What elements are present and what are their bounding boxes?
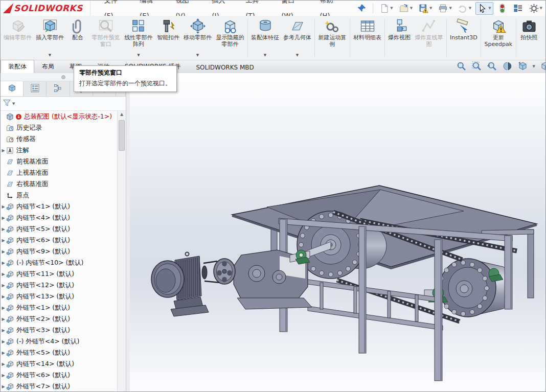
tree-item[interactable]: ▶内链节<5> (默认) <box>1 223 118 235</box>
tree-item[interactable]: 上视基准面 <box>1 167 118 178</box>
tree-item[interactable]: 原点 <box>1 190 118 201</box>
tree-item[interactable]: ▶内链节<13> (默认) <box>1 291 118 302</box>
zoom-fit-button[interactable] <box>456 61 467 72</box>
expand-arrow-icon[interactable]: ▶ <box>1 373 6 378</box>
graphics-area[interactable] <box>130 73 545 391</box>
tree-item[interactable]: ▶内链节<1> (默认) <box>1 201 118 212</box>
tree-item[interactable]: ▶内链节<12> (默认) <box>1 280 118 291</box>
expand-arrow-icon[interactable]: ▶ <box>1 328 6 333</box>
dropdown-arrow-icon[interactable]: ▼ <box>196 52 199 59</box>
smart-fasteners-button[interactable]: 智能扣件 <box>155 16 181 60</box>
dropdown-arrow-icon[interactable]: ▼ <box>429 6 432 10</box>
tree-item[interactable]: 历史记录 <box>1 122 118 133</box>
view-orientation-button[interactable] <box>517 61 528 72</box>
expand-arrow-icon[interactable]: ▶ <box>1 204 6 209</box>
tree-item[interactable]: ▶外链节<3> (默认) <box>1 325 118 336</box>
component-preview-button[interactable]: 零部件预览窗口 <box>89 16 122 60</box>
featuremanager-tab[interactable] <box>1 81 24 96</box>
dropdown-arrow-icon[interactable]: ▼ <box>264 52 266 59</box>
tree-item[interactable]: ▶外链节<7> (默认) <box>1 381 118 391</box>
dropdown-arrow-icon[interactable]: ▼ <box>296 52 299 59</box>
dropdown-arrow-icon[interactable]: ▼ <box>540 6 542 10</box>
motion-study-button[interactable]: 新建运动算例 <box>316 16 349 60</box>
tree-item[interactable]: ↓总装配图 (默认<显示状态-1>) <box>1 111 118 122</box>
tree-item[interactable]: ▶内链节<4> (默认) <box>1 212 118 223</box>
print-button[interactable]: ▼ <box>436 2 453 15</box>
tree-item[interactable]: ▶内链节<11> (默认) <box>1 268 118 280</box>
propertymanager-tab[interactable] <box>24 81 47 96</box>
tree-item[interactable]: ▶(-) 内链节<10> (默认) <box>1 257 118 268</box>
open-button[interactable]: ▼ <box>397 2 415 15</box>
snapshot-button[interactable]: 拍快照 <box>517 16 541 60</box>
exploded-view-button[interactable]: 爆炸视图 <box>386 16 413 60</box>
tree-item[interactable]: ▶内链节<14> (默认) <box>1 358 118 370</box>
assembly-features-button[interactable]: 装配体特征▼ <box>249 16 281 60</box>
options-button[interactable]: ▼ <box>527 2 544 15</box>
expand-arrow-icon[interactable]: ▶ <box>1 227 6 232</box>
expand-arrow-icon[interactable]: ▶ <box>1 249 6 254</box>
dropdown-arrow-icon[interactable]: ▼ <box>533 64 535 68</box>
update-speedpak-button[interactable]: 更新 Speedpak <box>482 16 515 60</box>
tree-item[interactable]: ▶外链节<6> (默认) <box>1 370 118 381</box>
tree-item[interactable]: ▶注解 <box>1 145 118 156</box>
undo-button[interactable]: ▼ <box>456 2 473 15</box>
expand-arrow-icon[interactable]: ▶ <box>1 294 6 299</box>
expand-arrow-icon[interactable]: ▶ <box>1 216 6 220</box>
tree-item[interactable]: 传感器 <box>1 133 118 145</box>
pin-toolbar-button[interactable] <box>355 2 369 15</box>
tree-filter-row[interactable]: ▼ <box>1 97 126 111</box>
tree-item[interactable]: ▶外链节<2> (默认) <box>1 313 118 325</box>
linear-pattern-button[interactable]: 线性零部件阵列▼ <box>122 16 155 60</box>
expand-arrow-icon[interactable]: ▶ <box>1 306 6 310</box>
configurationmanager-tab[interactable] <box>47 81 70 96</box>
explode-sketch-button[interactable]: 爆炸直线草图 <box>413 16 445 60</box>
reference-geometry-button[interactable]: 参考几何体▼ <box>281 16 313 60</box>
expand-arrow-icon[interactable]: ▶ <box>1 283 6 288</box>
dropdown-arrow-icon[interactable]: ▼ <box>390 6 393 10</box>
save-button[interactable]: ▼ <box>417 2 434 15</box>
tab-layout[interactable]: 布局 <box>34 60 62 74</box>
instant3d-button[interactable]: Instant3D <box>448 16 480 60</box>
bom-button[interactable]: 材料明细表 <box>351 16 383 60</box>
insert-component-button[interactable]: 插入零部件▼ <box>34 16 66 60</box>
dropdown-arrow-icon[interactable]: ▼ <box>137 52 140 59</box>
filter-dropdown-arrow[interactable]: ▼ <box>12 102 15 106</box>
tree-item[interactable]: 前视基准面 <box>1 156 118 167</box>
expand-arrow-icon[interactable]: ▶ <box>1 148 6 153</box>
dropdown-arrow-icon[interactable]: ▼ <box>449 6 451 10</box>
appearance-button[interactable] <box>511 2 525 15</box>
tab-mbd[interactable]: SOLIDWORKS MBD <box>188 61 261 74</box>
expand-arrow-icon[interactable]: ▶ <box>1 272 6 276</box>
tree-item[interactable]: ▶(-) 外链节<4> (默认) <box>1 336 118 347</box>
expand-arrow-icon[interactable]: ▶ <box>1 351 6 355</box>
zoom-area-button[interactable] <box>471 61 482 72</box>
new-document-button[interactable]: ▼ <box>377 2 395 15</box>
dropdown-arrow-icon[interactable]: ▼ <box>469 6 471 10</box>
dropdown-arrow-icon[interactable]: ▼ <box>410 6 413 10</box>
expand-arrow-icon[interactable]: ▶ <box>1 384 6 389</box>
section-view-button[interactable] <box>502 61 513 72</box>
tree-item[interactable]: ▶外链节<5> (默认) <box>1 347 118 358</box>
tree-item[interactable]: 右视基准面 <box>1 178 118 190</box>
expand-arrow-icon[interactable]: ▶ <box>1 261 6 265</box>
expand-arrow-icon[interactable]: ▶ <box>1 238 6 243</box>
move-component-button[interactable]: 移动零部件▼ <box>181 16 214 60</box>
mate-button[interactable]: 配合 <box>66 16 89 60</box>
dropdown-arrow-icon[interactable]: ▼ <box>488 6 491 10</box>
selection-filter-button[interactable] <box>495 2 509 15</box>
select-button[interactable]: ▼ <box>475 2 493 15</box>
previous-view-button[interactable] <box>487 61 497 72</box>
tab-assembly[interactable]: 装配体 <box>1 60 34 74</box>
tree-item[interactable]: ▶内链节<9> (默认) <box>1 246 118 257</box>
show-hidden-button[interactable]: 显示隐藏的零部件 <box>214 16 246 60</box>
expand-arrow-icon[interactable]: ▶ <box>1 317 6 321</box>
display-style-button[interactable] <box>540 61 546 72</box>
tree-item[interactable]: ▶内链节<6> (默认) <box>1 235 118 246</box>
tree-scrollbar[interactable]: ▲ <box>117 111 126 391</box>
tree-item[interactable]: ▶外链节<1> (默认) <box>1 302 118 313</box>
expand-arrow-icon[interactable]: ▶ <box>1 362 6 366</box>
expand-arrow-icon[interactable]: ▶ <box>1 339 6 344</box>
edit-component-button[interactable]: 编辑零部件 <box>2 16 34 60</box>
dropdown-arrow-icon[interactable]: ▼ <box>49 52 51 59</box>
scrollbar-thumb[interactable] <box>119 120 125 151</box>
